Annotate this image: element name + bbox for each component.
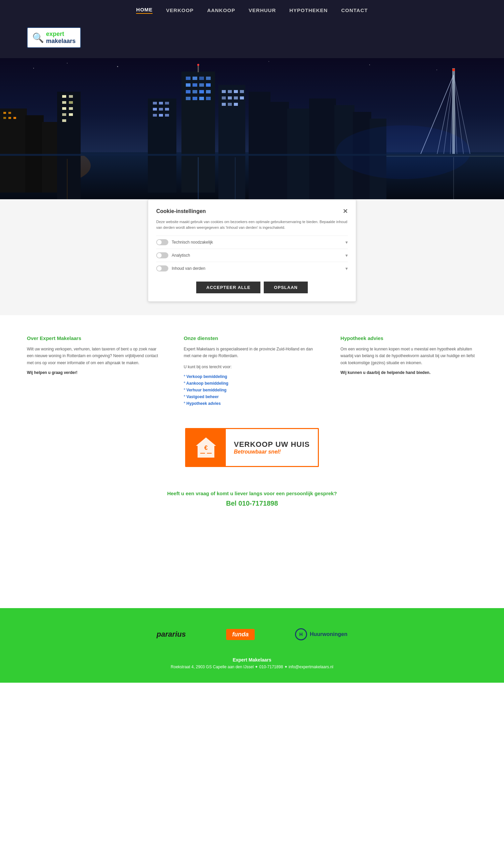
svg-rect-38: [199, 83, 204, 87]
svg-rect-54: [165, 108, 169, 110]
svg-rect-60: [222, 90, 226, 93]
col-services: Onze diensten Expert Makelaars is gespec…: [184, 335, 321, 408]
svg-rect-57: [165, 114, 169, 116]
col3-title: Hypotheek advies: [340, 335, 477, 341]
svg-rect-14: [3, 112, 6, 114]
cookie-toggle-technical[interactable]: [156, 239, 168, 245]
svg-rect-30: [198, 65, 199, 72]
svg-rect-23: [69, 101, 73, 104]
svg-rect-50: [159, 102, 163, 105]
svg-rect-39: [206, 83, 211, 87]
navigation: HOME VERKOOP AANKOOP VERHUUR HYPOTHEKEN …: [0, 0, 504, 20]
service-item-5[interactable]: Hypotheek advies: [184, 401, 321, 406]
svg-rect-62: [234, 90, 238, 93]
nav-home[interactable]: HOME: [136, 7, 152, 14]
nav-contact[interactable]: CONTACT: [341, 7, 367, 13]
col1-title: Over Expert Makelaars: [27, 335, 164, 341]
svg-rect-59: [249, 92, 270, 199]
cta-phone[interactable]: Bel 010-7171898: [27, 500, 477, 507]
svg-rect-22: [62, 101, 66, 104]
cookie-option-left-technical: Technisch noodzakelijk: [156, 239, 213, 245]
svg-rect-46: [199, 97, 204, 100]
cookie-option-analytical: Analytisch ▾: [156, 249, 348, 262]
svg-point-5: [268, 61, 269, 62]
svg-rect-25: [69, 107, 73, 110]
col3-text: Om een woning te kunnen kopen moet u mee…: [340, 346, 477, 366]
svg-rect-53: [159, 108, 163, 110]
svg-rect-67: [240, 96, 244, 100]
save-button[interactable]: OPSLAAN: [264, 282, 308, 293]
footer-address: Roekstraat 4, 2903 GS Capelle aan den IJ…: [27, 665, 477, 669]
huurwoningen-logo[interactable]: H Huurwoningen: [295, 628, 347, 640]
nav-hypotheken[interactable]: HYPOTHEKEN: [289, 7, 328, 13]
svg-rect-64: [222, 96, 226, 100]
svg-rect-36: [186, 83, 191, 87]
logo-icon: 🔍: [32, 32, 44, 43]
cookie-chevron-technical[interactable]: ▾: [345, 239, 348, 245]
service-item-2[interactable]: Aankoop bemiddeling: [184, 381, 321, 386]
nav-aankoop[interactable]: AANKOOP: [207, 7, 235, 13]
logo[interactable]: 🔍 expert makelaars: [27, 27, 81, 48]
cookie-option-left-third: Inhoud van derden: [156, 266, 205, 271]
promo-banner[interactable]: € VERKOOP UW HUIS Betrouwbaar snel!: [185, 428, 319, 467]
svg-rect-15: [8, 112, 11, 114]
svg-rect-66: [234, 96, 238, 100]
svg-point-87: [336, 125, 470, 179]
svg-text:€: €: [204, 445, 208, 451]
promo-area: € VERKOOP UW HUIS Betrouwbaar snel!: [27, 428, 477, 467]
svg-rect-40: [186, 90, 191, 93]
svg-point-6: [369, 65, 370, 65]
logo-area: 🔍 expert makelaars: [0, 20, 504, 58]
svg-rect-41: [193, 90, 197, 93]
svg-point-2: [33, 68, 34, 69]
svg-rect-49: [153, 102, 157, 105]
svg-rect-28: [62, 119, 66, 122]
col-mortgage: Hypotheek advies Om een woning te kunnen…: [340, 335, 477, 408]
svg-rect-34: [199, 77, 204, 80]
cookie-toggle-third-party[interactable]: [156, 266, 168, 271]
svg-rect-35: [206, 77, 211, 80]
svg-rect-47: [206, 97, 211, 100]
cookie-buttons: ACCEPTEER ALLE OPSLAAN: [156, 282, 348, 293]
promo-main-text: VERKOOP UW HUIS: [234, 440, 310, 449]
svg-rect-33: [193, 77, 197, 80]
accept-all-button[interactable]: ACCEPTEER ALLE: [196, 282, 260, 293]
col-about: Over Expert Makelaars Wilt uw woning ver…: [27, 335, 164, 408]
svg-point-7: [436, 70, 437, 70]
nav-verhuur[interactable]: VERHUUR: [249, 7, 276, 13]
cookie-label-third-party: Inhoud van derden: [172, 266, 205, 271]
svg-rect-51: [165, 102, 169, 105]
svg-rect-44: [186, 97, 191, 100]
promo-sub-text: Betrouwbaar snel!: [234, 449, 310, 455]
svg-rect-27: [69, 113, 73, 116]
pararius-logo[interactable]: pararius: [157, 630, 186, 639]
cookie-chevron-analytical[interactable]: ▾: [345, 253, 348, 258]
cookie-wrapper: Cookie-instellingen ✕ Deze website maakt…: [0, 199, 504, 315]
cookie-chevron-third-party[interactable]: ▾: [345, 266, 348, 271]
cta-question: Heeft u een vraag of komt u liever langs…: [27, 490, 477, 496]
svg-rect-68: [222, 103, 226, 106]
footer-logos: pararius funda H Huurwoningen: [27, 628, 477, 640]
col3-bold: Wij kunnen u daarbij de helpende hand bi…: [340, 370, 477, 375]
nav-verkoop[interactable]: VERKOOP: [166, 7, 194, 13]
col1-bold: Wij helpen u graag verder!: [27, 370, 164, 375]
cta-area: Heeft u een vraag of komt u liever langs…: [27, 484, 477, 521]
col1-text: Wilt uw woning verkopen, verhuren, laten…: [27, 346, 164, 366]
funda-logo[interactable]: funda: [226, 629, 255, 640]
cookie-close-button[interactable]: ✕: [343, 207, 348, 215]
svg-rect-83: [309, 98, 336, 199]
service-item-4[interactable]: Vastgoed beheer: [184, 394, 321, 399]
service-list: Verkoop bemiddeling Aankoop bemiddeling …: [184, 374, 321, 406]
svg-rect-70: [234, 103, 238, 106]
svg-rect-58: [218, 85, 245, 199]
service-item-1[interactable]: Verkoop bemiddeling: [184, 374, 321, 379]
svg-rect-52: [153, 108, 157, 110]
service-item-3[interactable]: Verhuur bemiddeling: [184, 388, 321, 393]
svg-rect-24: [62, 107, 66, 110]
cookie-toggle-analytical[interactable]: [156, 252, 168, 258]
svg-rect-37: [193, 83, 197, 87]
main-content: Over Expert Makelaars Wilt uw woning ver…: [0, 315, 504, 541]
svg-rect-55: [153, 114, 157, 116]
cookie-label-technical: Technisch noodzakelijk: [172, 240, 213, 245]
cookie-description: Deze website maakt gebruik van cookies o…: [156, 219, 348, 230]
